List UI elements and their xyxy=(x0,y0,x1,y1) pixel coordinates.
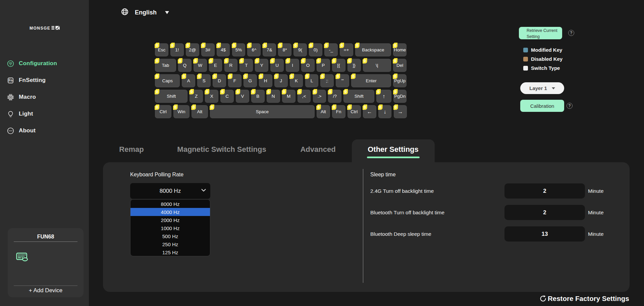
key-[interactable]: 0\| xyxy=(363,59,391,72)
key-[interactable]: 0↓ xyxy=(378,105,392,118)
key-b[interactable]: 0B xyxy=(251,90,265,103)
add-device-button[interactable]: + Add Device xyxy=(8,287,84,294)
key-h[interactable]: 0H xyxy=(259,74,272,87)
language-selector[interactable]: English xyxy=(121,8,169,17)
polling-option-125-hz[interactable]: 125 Hz xyxy=(130,248,210,256)
key-x[interactable]: 0X xyxy=(205,90,218,103)
key-backspace[interactable]: 0Backspace xyxy=(355,43,391,56)
key-win[interactable]: 0Win xyxy=(173,105,190,118)
key-enter[interactable]: 0Enter xyxy=(351,74,391,87)
key-5[interactable]: 05% xyxy=(232,43,246,56)
layer-badge: 0 xyxy=(313,89,317,94)
key-j[interactable]: 0J xyxy=(274,74,288,87)
key-pgup[interactable]: 0PgUp xyxy=(393,74,407,87)
key-[interactable]: 0;: xyxy=(320,74,334,87)
polling-option-2000-hz[interactable]: 2000 Hz xyxy=(130,216,210,224)
key-[interactable]: 0← xyxy=(363,105,376,118)
key-n[interactable]: 0N xyxy=(267,90,280,103)
key-e[interactable]: 0E xyxy=(209,59,222,72)
key-[interactable]: 0,< xyxy=(298,90,311,103)
key-[interactable]: 0→ xyxy=(394,105,407,118)
key-v[interactable]: 0V xyxy=(236,90,249,103)
key-tab[interactable]: 0Tab xyxy=(155,59,176,72)
key-0[interactable]: 00) xyxy=(309,43,322,56)
key-caps[interactable]: 0Caps xyxy=(155,74,180,87)
key-l[interactable]: 0L xyxy=(305,74,319,87)
sleep-time-input[interactable]: 2 xyxy=(504,205,585,220)
key-r[interactable]: 0R xyxy=(224,59,238,72)
restore-factory-settings-button[interactable]: Restore Factory Settings xyxy=(540,295,629,303)
tab-magnetic-switch-settings[interactable]: Magnetic Switch Settings xyxy=(177,145,266,154)
key-[interactable]: 0]} xyxy=(347,59,361,72)
key-s[interactable]: 0S xyxy=(197,74,211,87)
key-alt[interactable]: 0Alt xyxy=(192,105,208,118)
key-q[interactable]: 0Q xyxy=(178,59,192,72)
key-i[interactable]: 0I xyxy=(286,59,299,72)
key-w[interactable]: 0W xyxy=(194,59,207,72)
key-3[interactable]: 03# xyxy=(201,43,215,56)
polling-option-500-hz[interactable]: 500 Hz xyxy=(130,232,210,240)
sidebar-item-macro[interactable]: Macro xyxy=(0,89,89,105)
sidebar-item-about[interactable]: About xyxy=(0,122,89,139)
sleep-time-input[interactable]: 13 xyxy=(504,226,585,242)
tab-remap[interactable]: Remap xyxy=(119,145,144,154)
key-alt[interactable]: 0Alt xyxy=(317,105,330,118)
key-pgdn[interactable]: 0PgDn xyxy=(393,90,407,103)
key-f[interactable]: 0F xyxy=(228,74,241,87)
key-[interactable]: 0=+ xyxy=(340,43,353,56)
key-6[interactable]: 06^ xyxy=(247,43,261,56)
polling-rate-dropdown: 8000 Hz4000 Hz2000 Hz1000 Hz500 Hz250 Hz… xyxy=(130,199,210,256)
retrieve-current-setting-button[interactable]: Retrieve Current Setting xyxy=(519,27,562,39)
polling-option-250-hz[interactable]: 250 Hz xyxy=(130,240,210,248)
key-space[interactable]: 0Space xyxy=(210,105,315,118)
tab-other-settings[interactable]: Other Settings xyxy=(368,145,419,154)
sidebar-item-fnsetting[interactable]: FnFnSetting xyxy=(0,72,89,89)
key-p[interactable]: 0P xyxy=(317,59,330,72)
calibration-button[interactable]: Calibration xyxy=(520,100,564,112)
key-k[interactable]: 0K xyxy=(290,74,303,87)
key-[interactable]: 0[{ xyxy=(332,59,345,72)
key-d[interactable]: 0D xyxy=(213,74,226,87)
key-g[interactable]: 0G xyxy=(244,74,257,87)
key-7[interactable]: 07& xyxy=(263,43,276,56)
key-z[interactable]: 0Z xyxy=(190,90,203,103)
polling-option-4000-hz[interactable]: 4000 Hz xyxy=(130,208,210,216)
key-[interactable]: 0-_ xyxy=(324,43,338,56)
tab-advanced[interactable]: Advanced xyxy=(300,145,335,154)
key-ctrl[interactable]: 0Ctrl xyxy=(155,105,171,118)
key-1[interactable]: 01! xyxy=(170,43,184,56)
key-8[interactable]: 08* xyxy=(278,43,291,56)
key-label: 4$ xyxy=(221,47,226,52)
key-home[interactable]: 0Home xyxy=(393,43,407,56)
key-ctrl[interactable]: 0Ctrl xyxy=(347,105,361,118)
key-2[interactable]: 02@ xyxy=(186,43,199,56)
sleep-time-input[interactable]: 2 xyxy=(504,183,585,199)
key-m[interactable]: 0M xyxy=(282,90,296,103)
sidebar-item-light[interactable]: Light xyxy=(0,105,89,122)
key-shift[interactable]: 0Shift xyxy=(343,90,374,103)
key-label: Esc xyxy=(158,47,166,52)
help-icon[interactable]: ? xyxy=(567,103,573,109)
key-[interactable]: 0.> xyxy=(313,90,326,103)
key-a[interactable]: 0A xyxy=(182,74,195,87)
key-[interactable]: 0↑ xyxy=(376,90,391,103)
polling-option-1000-hz[interactable]: 1000 Hz xyxy=(130,224,210,232)
key-[interactable]: 0/? xyxy=(328,90,341,103)
sidebar-item-configuration[interactable]: Configuration xyxy=(0,55,89,72)
key-[interactable]: 0'" xyxy=(336,74,349,87)
key-y[interactable]: 0Y xyxy=(255,59,268,72)
key-o[interactable]: 0O xyxy=(301,59,315,72)
key-fn[interactable]: 0Fn xyxy=(332,105,345,118)
polling-option-8000-hz[interactable]: 8000 Hz xyxy=(130,200,210,208)
polling-rate-select[interactable]: 8000 Hz xyxy=(130,183,210,199)
key-4[interactable]: 04$ xyxy=(217,43,230,56)
key-shift[interactable]: 0Shift xyxy=(155,90,187,103)
key-del[interactable]: 0Del xyxy=(393,59,407,72)
key-c[interactable]: 0C xyxy=(220,90,234,103)
help-icon[interactable]: ? xyxy=(568,30,574,36)
key-esc[interactable]: 0Esc xyxy=(155,43,168,56)
layer-select[interactable]: Layer 1 xyxy=(520,82,564,94)
key-u[interactable]: 0U xyxy=(270,59,284,72)
key-t[interactable]: 0T xyxy=(239,59,253,72)
key-9[interactable]: 09( xyxy=(293,43,307,56)
